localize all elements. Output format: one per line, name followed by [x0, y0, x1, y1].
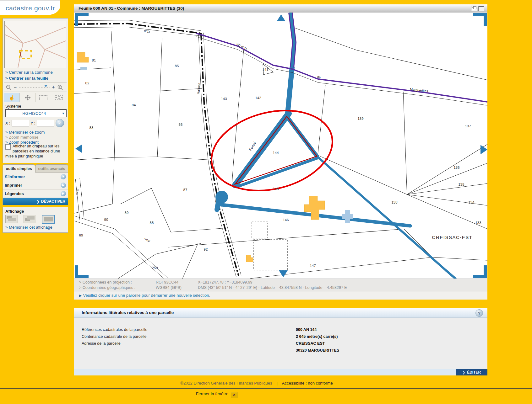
parcel-number-label: 259 [152, 266, 158, 270]
parcel-number-label: 139 [357, 117, 363, 120]
editer-label: ÉDITER [467, 370, 481, 375]
layout-split-bottom-button[interactable] [24, 215, 36, 223]
parcel-number-label: 146 [283, 218, 289, 222]
parcel-info-panel: Informations littérales relatives à une … [74, 308, 487, 375]
parcel-boundaries [74, 28, 487, 279]
adresse-value-line1: CREISSAC EST [296, 341, 325, 346]
zoom-in-icon[interactable] [56, 83, 64, 91]
pan-left-arrow[interactable] [75, 144, 82, 153]
message-bar: ▶Veuillez cliquer sur une parcelle pour … [74, 291, 487, 300]
instruction-message: Veuillez cliquer sur une parcelle pour d… [83, 293, 210, 298]
parcel-number-label: 84 [132, 103, 136, 107]
footer-divider [0, 388, 532, 389]
parcel-number-label: 85 [175, 64, 179, 68]
arrow-right-icon: ❯ [36, 199, 39, 204]
x-input[interactable] [12, 120, 29, 126]
fosse-ditch [217, 67, 455, 279]
chevron-right-icon[interactable]: ▶ [61, 191, 66, 196]
rect-zoom-tool[interactable] [51, 93, 67, 102]
y-input[interactable] [37, 120, 54, 126]
map-window-title: Feuille 000 AN 01 - Commune : MARGUERITT… [79, 6, 184, 11]
window-restore-icon[interactable] [471, 6, 477, 11]
site-logo[interactable]: cadastre.gouv.fr [0, 0, 60, 15]
tab-outils-simples[interactable]: outils simples [3, 164, 35, 173]
move-tool[interactable] [20, 93, 35, 102]
center-commune-link[interactable]: > Centrer sur la commune [5, 70, 53, 75]
proj-coords-label: > Coordonnées en projection : [79, 280, 132, 284]
flag-label: Afficher un drapeau sur les parcelles en… [5, 144, 60, 158]
memoriser-affichage-link[interactable]: > Mémoriser cet affichage [5, 225, 52, 230]
pan-up-arrow[interactable] [277, 14, 285, 21]
footer-separator: | [276, 381, 277, 385]
rural-roads [74, 178, 168, 279]
zoom-out-icon[interactable] [4, 83, 13, 91]
adresse-label: Adresse de la parcelle [82, 341, 121, 346]
zoom-slider-handle[interactable] [44, 85, 47, 87]
area-name-label: CREISSAC-EST [432, 235, 473, 240]
close-icon[interactable]: × [231, 392, 237, 398]
site-logo-text: cadastre.gouv.fr [6, 4, 55, 12]
affichage-label: Affichage [5, 209, 24, 214]
geo-dms-values: DMS (43° 50' 51" N - 4° 27' 29" E) - Lat… [198, 285, 347, 290]
sidebar-navigation-panel: > Centrer sur la commune > Centrer sur l… [3, 18, 68, 163]
accordion-legendes-label: Légendes [5, 191, 61, 196]
adresse-value-line2: 30320 MARGUERITTES [296, 348, 339, 353]
parcel-number-label: 134 [468, 200, 475, 204]
rect-select-tool[interactable] [35, 93, 51, 102]
parcel-number-label: 135 [458, 183, 464, 186]
tab-outils-avances[interactable]: outils avancés [35, 164, 68, 173]
pan-down-arrow[interactable] [279, 270, 288, 277]
zoom-slider[interactable] [19, 86, 50, 88]
projected-buildings [252, 221, 287, 270]
chevron-right-icon[interactable]: ▶ [61, 183, 66, 188]
chevron-down-icon[interactable]: ▼ [61, 174, 66, 179]
accordion-sinformer[interactable]: S'informer ▼ [3, 173, 68, 181]
memoriser-zoom-link[interactable]: > Mémoriser ce zoom [5, 130, 45, 135]
accessibility-link[interactable]: Accessibilité : non conforme [282, 381, 333, 385]
coordinates-panel: > Coordonnées en projection : RGF93CC44 … [74, 279, 487, 291]
fosse-junction [215, 191, 228, 203]
layout-split-left-button[interactable] [5, 215, 18, 223]
projection-select[interactable]: RGF93CC44 ▾ [5, 109, 67, 117]
minimap-roads [5, 21, 66, 68]
parcel-number-label: 141 [262, 68, 268, 72]
layout-full-map-button[interactable] [42, 215, 55, 224]
projection-select-value: RGF93CC44 [6, 111, 62, 116]
flag-checkbox[interactable] [5, 144, 11, 150]
parcel-info-header: Informations littérales relatives à une … [74, 308, 487, 318]
zoom-plus-button[interactable]: + [51, 84, 56, 90]
copyright-text: ©2022 Direction Générale des Finances Pu… [180, 381, 272, 385]
parcel-number-label: 145 [273, 187, 279, 191]
parcel-number-label: 69 [79, 233, 83, 237]
accordion-imprimer[interactable]: Imprimer ▶ [3, 181, 68, 189]
zoom-minus-button[interactable]: – [13, 84, 18, 90]
window-maximize-icon[interactable] [478, 6, 484, 11]
parcel-number-label: 86 [179, 123, 183, 126]
ref-label: Références cadastrales de la parcelle [82, 327, 147, 332]
zoom-toolbar: – + [4, 82, 67, 92]
overview-minimap[interactable] [4, 21, 66, 68]
parcel-number-label: 143 [221, 97, 227, 101]
systeme-label: Système [5, 104, 21, 109]
buildings [77, 52, 353, 262]
editer-button[interactable]: ❯ ÉDITER [456, 369, 487, 375]
geo-coords-label: > Coordonnées géographiques : [79, 285, 135, 290]
desactiver-button[interactable]: ❯ DÉSACTIVER [3, 198, 68, 205]
zoom-memorise-link: > Zoom mémorisé [5, 135, 38, 140]
center-feuille-link[interactable]: > Centrer sur la feuille [5, 76, 48, 81]
arrow-right-icon: ▶ [79, 294, 82, 297]
parcel-number-label: 136 [453, 166, 459, 169]
cadastral-map-viewport[interactable]: 8182838485868788899069922591411421431441… [74, 13, 487, 279]
geo-system: WGS84 (GPS) [156, 285, 182, 290]
accordion-legendes[interactable]: Légendes ▶ [3, 189, 68, 198]
close-window-label[interactable]: Fermer la fenêtre [196, 391, 229, 396]
pan-hand-tool[interactable]: ☝ [4, 93, 20, 102]
sidebar-affichage-panel: Affichage > Mémoriser cet affichage [3, 207, 68, 233]
accordion-imprimer-label: Imprimer [5, 183, 61, 188]
parcel-number-label: 87 [183, 188, 187, 192]
help-icon[interactable]: ? [475, 309, 483, 317]
proj-system: RGF93CC44 [156, 280, 178, 284]
validate-coordinates-button[interactable]: ✓ [56, 119, 64, 127]
road-name-label: rural [144, 237, 151, 243]
footer-line: ©2022 Direction Générale des Finances Pu… [0, 381, 513, 385]
